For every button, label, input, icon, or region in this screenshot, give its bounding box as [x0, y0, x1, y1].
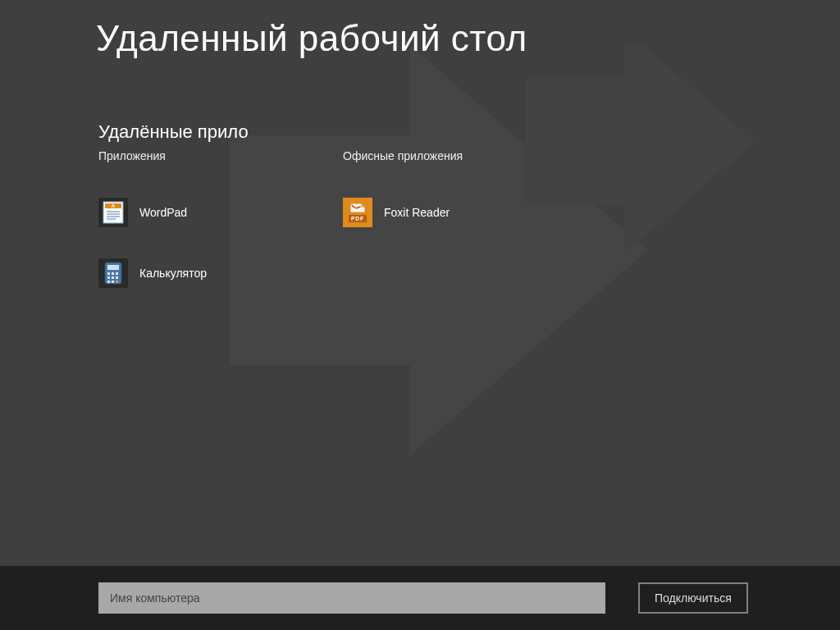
page-title: Удаленный рабочий стол: [96, 18, 527, 59]
group-office: Офисные приложения PDF Foxit Reader: [343, 149, 573, 256]
svg-rect-10: [107, 265, 119, 270]
svg-rect-14: [107, 276, 110, 279]
svg-rect-12: [112, 272, 114, 275]
svg-rect-11: [107, 272, 110, 275]
svg-rect-16: [116, 276, 118, 279]
foxit-pdf-icon: PDF: [343, 198, 372, 227]
calculator-icon: [98, 258, 128, 288]
tile-calculator[interactable]: Калькулятор: [98, 256, 328, 290]
svg-rect-15: [112, 276, 114, 279]
connect-button[interactable]: Подключиться: [638, 582, 748, 614]
svg-text:A: A: [112, 203, 116, 208]
svg-text:PDF: PDF: [351, 216, 364, 221]
tile-wordpad-label: WordPad: [139, 206, 187, 219]
svg-rect-13: [116, 272, 118, 275]
svg-rect-19: [116, 281, 118, 283]
tile-calculator-label: Калькулятор: [139, 267, 207, 280]
tile-wordpad[interactable]: A WordPad: [98, 195, 328, 230]
group-office-label: Офисные приложения: [343, 149, 573, 162]
group-apps: Приложения A WordPad: [98, 149, 328, 317]
bottom-bar: Подключиться: [0, 566, 840, 630]
wordpad-icon: A: [98, 198, 128, 227]
svg-rect-17: [107, 281, 110, 283]
computer-name-input[interactable]: [98, 582, 605, 614]
group-apps-label: Приложения: [98, 149, 328, 162]
tile-foxit-reader[interactable]: PDF Foxit Reader: [343, 195, 573, 230]
tile-foxit-label: Foxit Reader: [384, 206, 450, 219]
section-subtitle: Удалённые прило: [98, 121, 249, 143]
svg-rect-18: [112, 281, 114, 283]
